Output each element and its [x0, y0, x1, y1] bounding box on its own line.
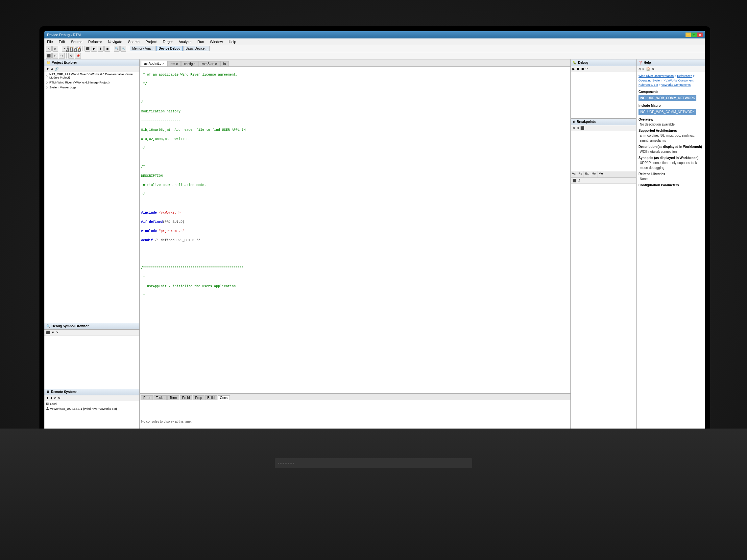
- menu-target[interactable]: Target: [161, 39, 174, 44]
- debug-sym-btn-3[interactable]: ✕: [56, 330, 59, 335]
- tab-rtm[interactable]: rtm.c: [168, 61, 181, 66]
- laptop-speaker: [275, 458, 472, 468]
- toolbar-btn-8[interactable]: ⏸: [98, 46, 104, 52]
- help-panel: ❓ Help ◁ ▷ 🏠 🖨 Wind River Documentation …: [636, 59, 705, 448]
- toolbar-btn-6[interactable]: ⬛: [84, 46, 91, 52]
- debug-symbol-icon: 🔍: [46, 324, 50, 328]
- speaker-dot: [283, 463, 284, 464]
- bp-btn-2[interactable]: ⊛: [576, 126, 579, 130]
- help-link-os[interactable]: Operating System: [639, 79, 662, 82]
- tree-item-npt[interactable]: ▷ NPT_OFP_APP (Wind River VxWorks 6.8 Do…: [44, 72, 139, 80]
- toolbar2-btn-3[interactable]: ↪: [59, 53, 65, 59]
- toolbar2-sep-1: [67, 53, 67, 58]
- menu-refactor[interactable]: Refactor: [87, 39, 104, 44]
- remote-btn-4[interactable]: ✕: [57, 396, 61, 400]
- toolbar-btn-9[interactable]: ⏹: [104, 46, 110, 52]
- console-tab-probl[interactable]: Probl: [180, 395, 192, 400]
- var-tab-me2[interactable]: Me: [597, 171, 604, 178]
- project-link-icon[interactable]: 🔗: [54, 67, 59, 71]
- var-btn-1[interactable]: ⬛: [572, 179, 577, 183]
- toolbar2-btn-5[interactable]: 📌: [75, 53, 81, 59]
- remote-vxworks[interactable]: 🖧 VxWorks6x_192.168.1.1 (Wind River VxWo…: [44, 406, 139, 411]
- project-explorer-icon: 📁: [46, 61, 50, 64]
- debug-btn-1[interactable]: ▶: [572, 67, 575, 71]
- var-tab-va[interactable]: Va: [571, 171, 577, 178]
- console-tab-tasks[interactable]: Tasks: [154, 395, 167, 400]
- project-collapse-icon[interactable]: ▼: [46, 67, 50, 71]
- console-tab-build[interactable]: Build: [205, 395, 217, 400]
- tab-usrapppinit[interactable]: usrAppInit.c ×: [141, 61, 167, 66]
- tab-config[interactable]: config.h: [181, 61, 199, 66]
- tree-item-rtm[interactable]: ▷ RTM (Wind River VxWorks 6.8 Image Proj…: [44, 80, 139, 85]
- var-tab-ex[interactable]: Ex: [584, 171, 591, 178]
- toolbar-btn-7[interactable]: ▶: [91, 46, 97, 52]
- title-bar: Device Debug - RTM ─ □ ✕: [44, 31, 705, 38]
- remote-systems-icon: 🖥: [46, 390, 50, 394]
- debug-btn-3[interactable]: ⏹: [581, 67, 585, 71]
- tree-item-syslog[interactable]: ▷ System Viewer Logs: [44, 85, 139, 90]
- menu-project[interactable]: Project: [144, 39, 158, 44]
- toolbar-1: ◁ ▷ ✂ 📋 📝 ⬛ ▶ ⏸ ⏹ 🔍 🔧 Memory Ana...: [44, 45, 705, 52]
- maximize-button[interactable]: □: [691, 32, 697, 37]
- desc-label: Description (as displayed in Workbench): [639, 144, 703, 149]
- debug-icon: 🐛: [573, 61, 577, 64]
- toolbar2-btn-4[interactable]: ⚙: [69, 53, 74, 59]
- remote-btn-2[interactable]: ⬇: [50, 396, 53, 400]
- menu-run[interactable]: Run: [196, 39, 205, 44]
- help-fwd-icon[interactable]: ▷: [642, 67, 645, 71]
- speaker-dot: [281, 463, 282, 464]
- menu-navigate[interactable]: Navigate: [106, 39, 123, 44]
- menu-edit[interactable]: Edit: [57, 39, 67, 44]
- device-debug-tab[interactable]: Device Debug: [156, 46, 182, 51]
- toolbar-btn-1[interactable]: ◁: [46, 46, 52, 52]
- menu-analyze[interactable]: Analyze: [177, 39, 193, 44]
- tree-syslog-label: System Viewer Logs: [49, 86, 76, 89]
- toolbar-btn-10[interactable]: 🔍: [114, 46, 120, 52]
- editor-area[interactable]: * of an applicable Wind River license ag…: [140, 67, 570, 393]
- tab-io[interactable]: io: [220, 61, 229, 66]
- debug-sym-btn-1[interactable]: ⬛: [46, 330, 50, 335]
- help-link-ref[interactable]: References: [677, 74, 692, 78]
- menu-search[interactable]: Search: [127, 39, 141, 44]
- bp-btn-1[interactable]: ✕: [572, 126, 575, 130]
- debug-btn-4[interactable]: ↷: [585, 67, 589, 71]
- config-label: Configuration Parameters: [639, 183, 703, 188]
- console-tab-prop[interactable]: Prop: [193, 395, 204, 400]
- help-home-icon[interactable]: 🏠: [646, 67, 650, 71]
- menu-help[interactable]: Help: [228, 39, 238, 44]
- console-tab-cons[interactable]: Cons: [218, 395, 230, 400]
- project-refresh-icon[interactable]: ↺: [50, 67, 54, 71]
- help-print-icon[interactable]: 🖨: [651, 67, 655, 71]
- remote-local[interactable]: 🖥 Local: [44, 401, 139, 406]
- menu-window[interactable]: Window: [209, 39, 224, 44]
- toolbar-btn-11[interactable]: 🔧: [120, 46, 126, 52]
- debug-btn-2[interactable]: ⏸: [576, 67, 580, 71]
- arch-text: arm, coldfire, i86, mips, ppc, simlinux,…: [640, 133, 703, 143]
- console-tab-error[interactable]: Error: [141, 395, 153, 400]
- memory-ana-tab[interactable]: Memory Ana...: [130, 46, 156, 51]
- help-link-comps[interactable]: VxWorks Components: [661, 83, 691, 86]
- minimize-button[interactable]: ─: [686, 32, 691, 37]
- remote-btn-3[interactable]: ↺: [54, 396, 57, 400]
- breakpoints-toolbar: ✕ ⊛ ⬛: [571, 125, 636, 131]
- toolbar-sep-2: [82, 46, 83, 51]
- remote-btn-1[interactable]: ⬆: [46, 396, 49, 400]
- debug-symbol-panel: 🔍 Debug Symbol Browser ⬛ ▼ ✕: [44, 323, 139, 389]
- menu-file[interactable]: File: [46, 39, 54, 44]
- tab-romstart[interactable]: romStart.c: [199, 61, 220, 66]
- toolbar-btn-2[interactable]: ▷: [52, 46, 58, 52]
- var-btn-2[interactable]: ↺: [577, 179, 581, 183]
- basic-device-tab[interactable]: Basic Device...: [183, 46, 210, 51]
- tree-expand-icon: ▷: [46, 74, 48, 78]
- bp-btn-3[interactable]: ⬛: [580, 126, 585, 130]
- var-tab-me1[interactable]: Me: [590, 171, 597, 178]
- menu-source[interactable]: Source: [70, 39, 84, 44]
- help-back-icon[interactable]: ◁: [638, 67, 641, 71]
- toolbar2-btn-1[interactable]: ⬛: [46, 53, 52, 59]
- debug-sym-btn-2[interactable]: ▼: [51, 330, 55, 335]
- console-tab-term[interactable]: Term: [168, 395, 179, 400]
- toolbar2-btn-2[interactable]: ↩: [52, 53, 58, 59]
- var-tab-re[interactable]: Re: [577, 171, 584, 178]
- help-link-wd[interactable]: Wind River Documentation: [639, 74, 674, 78]
- close-button[interactable]: ✕: [697, 32, 703, 37]
